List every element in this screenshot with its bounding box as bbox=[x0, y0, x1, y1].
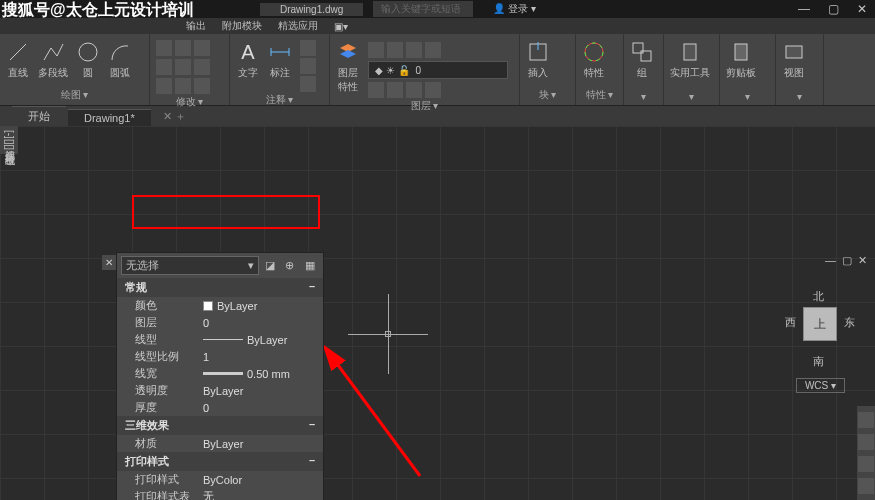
circle-tool[interactable]: 圆 bbox=[76, 40, 100, 80]
login-button[interactable]: 👤 登录 ▾ bbox=[493, 2, 536, 16]
prop-material-value[interactable]: ByLayer bbox=[203, 436, 323, 451]
insert-tool[interactable]: 插入 bbox=[526, 40, 550, 80]
nav-zoom-icon[interactable] bbox=[858, 456, 874, 472]
arc-tool[interactable]: 圆弧 bbox=[108, 40, 132, 80]
modify-icon[interactable] bbox=[194, 78, 210, 94]
selectobj-icon[interactable]: ▦ bbox=[305, 259, 319, 273]
draw-group-label[interactable]: 绘图 ▾ bbox=[6, 87, 143, 103]
prop-thickness-value[interactable]: 0 bbox=[203, 400, 323, 415]
layer-icon[interactable] bbox=[368, 42, 384, 58]
viewcube-north[interactable]: 北 bbox=[813, 289, 824, 304]
text-tool[interactable]: A文字 bbox=[236, 40, 260, 80]
svg-line-0 bbox=[10, 44, 26, 60]
tab-add-button[interactable]: ✕ ＋ bbox=[153, 107, 196, 126]
nav-wheel-icon[interactable] bbox=[858, 412, 874, 428]
viewcube-west[interactable]: 西 bbox=[785, 315, 796, 330]
watermark-text: 搜狐号@太仓上元设计培训 bbox=[2, 0, 194, 21]
search-input[interactable]: 输入关键字或短语 bbox=[373, 1, 473, 17]
props-tool[interactable]: 特性 bbox=[582, 40, 606, 80]
quickselect-icon[interactable]: ◪ bbox=[265, 259, 279, 273]
view-label[interactable]: [-][俯视][二维线框] bbox=[0, 126, 18, 154]
viewcube-south[interactable]: 南 bbox=[813, 354, 824, 369]
modify-icon[interactable] bbox=[156, 40, 172, 56]
section-plot[interactable]: 打印样式– bbox=[117, 452, 323, 471]
line-tool[interactable]: 直线 bbox=[6, 40, 30, 80]
annot-icon[interactable] bbox=[300, 58, 316, 74]
selection-dropdown[interactable]: 无选择▾ bbox=[121, 256, 259, 275]
close-icon[interactable]: ✕ bbox=[857, 2, 867, 16]
prop-layer-label: 图层 bbox=[117, 315, 203, 330]
section-general[interactable]: 常规– bbox=[117, 278, 323, 297]
menu-more-icon[interactable]: ▣▾ bbox=[328, 21, 354, 32]
group-tool[interactable]: 组 bbox=[630, 40, 654, 80]
modify-icon[interactable] bbox=[175, 59, 191, 75]
view-cube[interactable]: 北 西 上 东 南 bbox=[785, 281, 855, 371]
modify-icon[interactable] bbox=[156, 59, 172, 75]
modify-icon[interactable] bbox=[175, 78, 191, 94]
prop-color-value[interactable]: ByLayer bbox=[203, 298, 323, 313]
layer-props-tool[interactable]: 图层 特性 bbox=[336, 40, 360, 94]
prop-ltscale-value[interactable]: 1 bbox=[203, 349, 323, 364]
prop-plotstyle-value[interactable]: ByColor bbox=[203, 472, 323, 487]
section-3d[interactable]: 三维效果– bbox=[117, 416, 323, 435]
maximize-icon[interactable]: ▢ bbox=[828, 2, 839, 16]
nav-bar bbox=[857, 406, 875, 500]
vp-restore-icon[interactable]: ▢ bbox=[842, 254, 852, 267]
annot-icon[interactable] bbox=[300, 76, 316, 92]
prop-plottable-value[interactable]: 无 bbox=[203, 489, 323, 500]
prop-linetype-value[interactable]: ByLayer bbox=[203, 332, 323, 347]
modify-icon[interactable] bbox=[194, 59, 210, 75]
nav-pan-icon[interactable] bbox=[858, 434, 874, 450]
tab-start[interactable]: 开始 bbox=[12, 106, 66, 126]
prop-layer-value[interactable]: 0 bbox=[203, 315, 323, 330]
layer-icon[interactable] bbox=[406, 42, 422, 58]
clipboard-tool[interactable]: 剪贴板 bbox=[726, 40, 756, 80]
layer-icon[interactable] bbox=[387, 42, 403, 58]
prop-plotstyle-label: 打印样式 bbox=[117, 472, 203, 487]
vp-close-icon[interactable]: ✕ bbox=[858, 254, 867, 267]
layer-icon[interactable] bbox=[406, 82, 422, 98]
prop-material-label: 材质 bbox=[117, 436, 203, 451]
vp-minimize-icon[interactable]: ― bbox=[825, 254, 836, 267]
panel-close-icon[interactable]: ✕ bbox=[102, 255, 116, 270]
modify-icon[interactable] bbox=[175, 40, 191, 56]
pickadd-icon[interactable]: ⊕ bbox=[285, 259, 299, 273]
layer-group-label[interactable]: 图层 ▾ bbox=[336, 98, 513, 114]
svg-rect-12 bbox=[735, 44, 747, 60]
modify-icon[interactable] bbox=[194, 40, 210, 56]
annot-icon[interactable] bbox=[300, 40, 316, 56]
polyline-tool[interactable]: 多段线 bbox=[38, 40, 68, 80]
layer-icon[interactable] bbox=[368, 82, 384, 98]
collapse-icon[interactable]: – bbox=[309, 454, 315, 469]
tab-drawing[interactable]: Drawing1* bbox=[68, 109, 151, 126]
collapse-icon[interactable]: – bbox=[309, 418, 315, 433]
util-tool[interactable]: 实用工具 bbox=[670, 40, 710, 80]
viewcube-top[interactable]: 上 bbox=[803, 307, 837, 341]
properties-panel: ✕ 无选择▾ ◪ ⊕ ▦ 常规– 颜色ByLayer 图层0 线型ByLayer… bbox=[116, 252, 324, 500]
modify-icon[interactable] bbox=[156, 78, 172, 94]
layer-icon[interactable] bbox=[425, 82, 441, 98]
prop-lineweight-value[interactable]: 0.50 mm bbox=[203, 366, 323, 381]
layer-icon[interactable] bbox=[387, 82, 403, 98]
nav-orbit-icon[interactable] bbox=[858, 478, 874, 494]
prop-transparency-label: 透明度 bbox=[117, 383, 203, 398]
svg-rect-13 bbox=[786, 46, 802, 58]
view-tool[interactable]: 视图 bbox=[782, 40, 806, 80]
filename-display[interactable]: Drawing1.dwg bbox=[260, 3, 363, 16]
block-group-label[interactable]: 块 ▾ bbox=[526, 87, 569, 103]
dimension-tool[interactable]: 标注 bbox=[268, 40, 292, 80]
menu-output[interactable]: 输出 bbox=[180, 19, 212, 33]
wcs-button[interactable]: WCS ▾ bbox=[796, 378, 845, 393]
drawing-area[interactable]: [-][俯视][二维线框] ― ▢ ✕ 北 西 上 东 南 WCS ▾ ✕ 无选… bbox=[0, 126, 875, 500]
collapse-icon[interactable]: – bbox=[309, 280, 315, 295]
props-group-label[interactable]: 特性 ▾ bbox=[582, 87, 617, 103]
prop-thickness-label: 厚度 bbox=[117, 400, 203, 415]
viewcube-east[interactable]: 东 bbox=[844, 315, 855, 330]
layer-icon[interactable] bbox=[425, 42, 441, 58]
menu-addon[interactable]: 附加模块 bbox=[216, 19, 268, 33]
layer-dropdown[interactable]: ◆ ☀ 🔓 0 bbox=[368, 61, 508, 79]
menu-featured[interactable]: 精选应用 bbox=[272, 19, 324, 33]
prop-transparency-value[interactable]: ByLayer bbox=[203, 383, 323, 398]
annot-group-label[interactable]: 注释 ▾ bbox=[236, 92, 323, 108]
minimize-icon[interactable]: ― bbox=[798, 2, 810, 16]
